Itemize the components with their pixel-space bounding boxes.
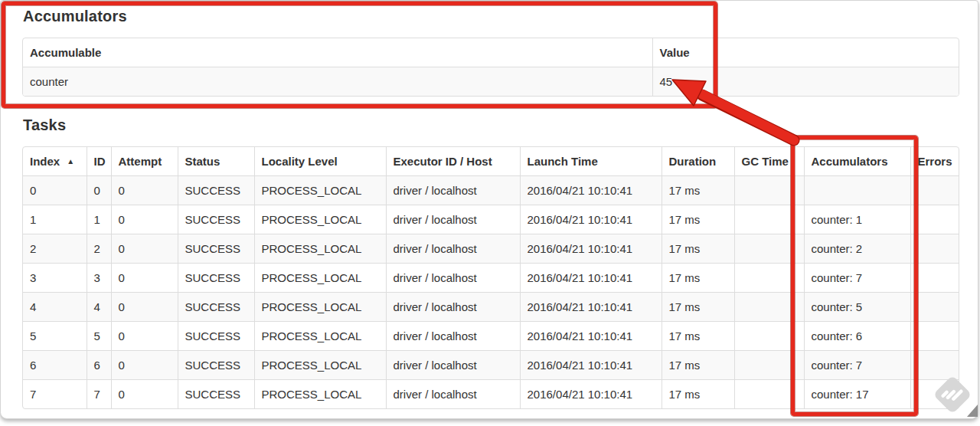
- cell-attempt: 0: [111, 234, 178, 264]
- tasks-header-duration[interactable]: Duration: [662, 147, 734, 176]
- tasks-header-launch-time[interactable]: Launch Time: [520, 147, 662, 176]
- cell-accumulators: counter: 17: [804, 380, 910, 409]
- cell-status: SUCCESS: [178, 351, 254, 380]
- task-row: 1 1 0 SUCCESS PROCESS_LOCAL driver / loc…: [23, 205, 959, 234]
- tasks-header-attempt[interactable]: Attempt: [111, 147, 178, 176]
- tasks-section-title: Tasks: [23, 116, 66, 134]
- cell-errors: [910, 351, 959, 380]
- cell-executor-host: driver / localhost: [386, 351, 520, 380]
- cell-id: 3: [87, 264, 111, 293]
- tasks-header-index[interactable]: Index▲: [23, 147, 87, 176]
- tasks-header-accumulators[interactable]: Accumulators: [804, 147, 910, 176]
- cell-locality-level: PROCESS_LOCAL: [254, 264, 386, 293]
- tasks-header-locality-level[interactable]: Locality Level: [254, 147, 386, 176]
- cell-launch-time: 2016/04/21 10:10:41: [520, 234, 662, 264]
- cell-attempt: 0: [111, 322, 178, 351]
- cell-launch-time: 2016/04/21 10:10:41: [520, 380, 662, 409]
- cell-executor-host: driver / localhost: [386, 293, 520, 322]
- annotation-arrow-shaft: [702, 94, 794, 140]
- cell-executor-host: driver / localhost: [386, 205, 520, 234]
- cell-duration: 17 ms: [662, 293, 734, 322]
- cell-duration: 17 ms: [662, 351, 734, 380]
- cell-attempt: 0: [111, 205, 178, 234]
- cell-accumulators: counter: 7: [804, 351, 910, 380]
- cell-index: 4: [23, 293, 87, 322]
- value-column-header: Value: [652, 38, 959, 67]
- cell-id: 5: [87, 322, 111, 351]
- cell-gc-time: [734, 293, 804, 322]
- corner-grip-icon: [967, 405, 978, 417]
- cell-duration: 17 ms: [662, 205, 734, 234]
- cell-errors: [910, 264, 959, 293]
- cell-executor-host: driver / localhost: [386, 176, 520, 205]
- tasks-header-gc-time[interactable]: GC Time: [734, 147, 804, 176]
- task-row: 2 2 0 SUCCESS PROCESS_LOCAL driver / loc…: [23, 234, 959, 264]
- task-row: 3 3 0 SUCCESS PROCESS_LOCAL driver / loc…: [23, 264, 959, 293]
- annotation-arrow-outline: [702, 95, 794, 140]
- cell-attempt: 0: [111, 351, 178, 380]
- tasks-header-errors[interactable]: Errors: [910, 147, 959, 176]
- cell-launch-time: 2016/04/21 10:10:41: [520, 176, 662, 205]
- cell-launch-time: 2016/04/21 10:10:41: [520, 205, 662, 234]
- cell-locality-level: PROCESS_LOCAL: [254, 205, 386, 234]
- cell-locality-level: PROCESS_LOCAL: [254, 380, 386, 409]
- cell-status: SUCCESS: [178, 322, 254, 351]
- cell-executor-host: driver / localhost: [386, 322, 520, 351]
- tasks-table: Index▲ ID Attempt Status Locality Level …: [22, 146, 959, 409]
- cell-locality-level: PROCESS_LOCAL: [254, 293, 386, 322]
- cell-status: SUCCESS: [178, 264, 254, 293]
- cell-errors: [910, 234, 959, 264]
- task-row: 5 5 0 SUCCESS PROCESS_LOCAL driver / loc…: [23, 322, 959, 351]
- cell-launch-time: 2016/04/21 10:10:41: [520, 264, 662, 293]
- cell-executor-host: driver / localhost: [386, 264, 520, 293]
- tasks-header-status[interactable]: Status: [178, 147, 254, 176]
- cell-errors: [910, 293, 959, 322]
- cell-status: SUCCESS: [178, 205, 254, 234]
- cell-errors: [910, 205, 959, 234]
- cell-accumulators: [804, 176, 910, 205]
- spark-stage-page: Accumulators Accumulable Value counter 4…: [0, 0, 978, 419]
- cell-locality-level: PROCESS_LOCAL: [254, 322, 386, 351]
- cell-id: 0: [87, 176, 111, 205]
- cell-accumulators: counter: 1: [804, 205, 910, 234]
- cell-id: 6: [87, 351, 111, 380]
- cell-duration: 17 ms: [662, 176, 734, 205]
- tasks-header-id[interactable]: ID: [87, 147, 111, 176]
- cell-attempt: 0: [111, 293, 178, 322]
- cell-launch-time: 2016/04/21 10:10:41: [520, 322, 662, 351]
- cell-status: SUCCESS: [178, 293, 254, 322]
- cell-gc-time: [734, 205, 804, 234]
- cell-id: 1: [87, 205, 111, 234]
- accumulable-value-cell: 45: [652, 67, 959, 97]
- cell-index: 6: [23, 351, 87, 380]
- cell-gc-time: [734, 322, 804, 351]
- cell-duration: 17 ms: [662, 234, 734, 264]
- cell-status: SUCCESS: [178, 234, 254, 264]
- cell-duration: 17 ms: [662, 264, 734, 293]
- cell-accumulators: counter: 7: [804, 264, 910, 293]
- cell-errors: [910, 380, 959, 409]
- cell-gc-time: [734, 176, 804, 205]
- cell-gc-time: [734, 264, 804, 293]
- cell-errors: [910, 322, 959, 351]
- tasks-header-row: Index▲ ID Attempt Status Locality Level …: [23, 147, 959, 176]
- cell-duration: 17 ms: [662, 380, 734, 409]
- tasks-header-executor-host[interactable]: Executor ID / Host: [386, 147, 520, 176]
- cell-status: SUCCESS: [178, 176, 254, 205]
- task-row: 0 0 0 SUCCESS PROCESS_LOCAL driver / loc…: [23, 176, 959, 205]
- cell-id: 7: [87, 380, 111, 409]
- cell-locality-level: PROCESS_LOCAL: [254, 351, 386, 380]
- accumulators-section-title: Accumulators: [23, 8, 127, 25]
- cell-id: 4: [87, 293, 111, 322]
- tasks-table-grid: Index▲ ID Attempt Status Locality Level …: [23, 147, 959, 408]
- task-row: 6 6 0 SUCCESS PROCESS_LOCAL driver / loc…: [23, 351, 959, 380]
- tasks-header-index-label: Index: [30, 155, 60, 168]
- cell-duration: 17 ms: [662, 322, 734, 351]
- accumulators-table-grid: Accumulable Value counter 45: [23, 38, 959, 96]
- cell-attempt: 0: [111, 264, 178, 293]
- cell-attempt: 0: [111, 176, 178, 205]
- cell-gc-time: [734, 234, 804, 264]
- cell-index: 0: [23, 176, 87, 205]
- cell-executor-host: driver / localhost: [386, 380, 520, 409]
- task-row: 7 7 0 SUCCESS PROCESS_LOCAL driver / loc…: [23, 380, 959, 409]
